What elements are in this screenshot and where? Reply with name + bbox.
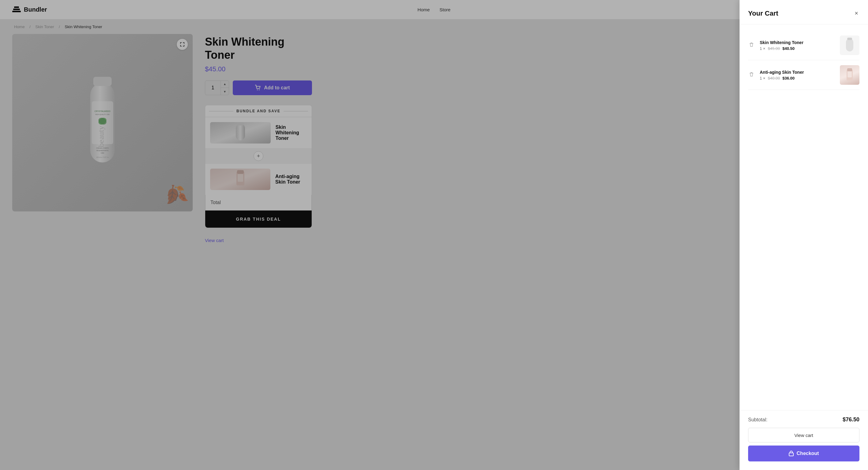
cart-item-1-info: Skin Whitening Toner 1 × $45.00 $40.50: [760, 40, 835, 51]
cart-item-1: Skin Whitening Toner 1 × $45.00 $40.50: [748, 31, 860, 60]
svg-rect-31: [847, 71, 852, 78]
cart-overlay[interactable]: [0, 0, 868, 470]
cart-item-1-image: [840, 35, 860, 55]
svg-rect-28: [847, 38, 852, 40]
cart-header: Your Cart ×: [740, 0, 868, 25]
cart-item-2-qty: 1 ×: [760, 76, 765, 81]
cart-item-2-name: Anti-aging Skin Toner: [760, 70, 835, 75]
cart-title: Your Cart: [748, 9, 778, 18]
cart-item-2: Anti-aging Skin Toner 1 × $40.00 $36.00: [748, 60, 860, 90]
cart-item-1-sale-price: $40.50: [782, 46, 795, 51]
cart-item-1-pricing: 1 × $45.00 $40.50: [760, 46, 835, 51]
cart-item-2-remove-button[interactable]: [748, 71, 755, 79]
cart-items-list: Skin Whitening Toner 1 × $45.00 $40.50: [740, 25, 868, 410]
cart-item-1-original-price: $45.00: [768, 46, 780, 51]
cart-subtotal-row: Subtotal: $76.50: [748, 416, 860, 423]
svg-rect-27: [846, 38, 853, 51]
cart-item-1-name: Skin Whitening Toner: [760, 40, 835, 45]
cart-item-2-original-price: $40.00: [768, 76, 780, 81]
cart-close-button[interactable]: ×: [853, 8, 860, 18]
cart-panel: Your Cart × Skin Whitening Toner 1 × $45…: [740, 0, 868, 470]
cart-checkout-label: Checkout: [797, 451, 819, 456]
cart-item-2-pricing: 1 × $40.00 $36.00: [760, 76, 835, 81]
cart-subtotal-value: $76.50: [843, 416, 860, 423]
cart-view-cart-button[interactable]: View cart: [748, 428, 860, 442]
cart-item-2-image: [840, 65, 860, 85]
cart-footer: Subtotal: $76.50 View cart Checkout: [740, 410, 868, 470]
cart-item-1-remove-button[interactable]: [748, 41, 755, 50]
cart-subtotal-label: Subtotal:: [748, 417, 767, 422]
cart-item-2-info: Anti-aging Skin Toner 1 × $40.00 $36.00: [760, 70, 835, 81]
svg-rect-32: [789, 453, 794, 456]
svg-rect-30: [847, 68, 852, 71]
cart-item-1-qty: 1 ×: [760, 46, 765, 51]
cart-item-2-sale-price: $36.00: [782, 76, 795, 81]
cart-checkout-button[interactable]: Checkout: [748, 445, 860, 462]
